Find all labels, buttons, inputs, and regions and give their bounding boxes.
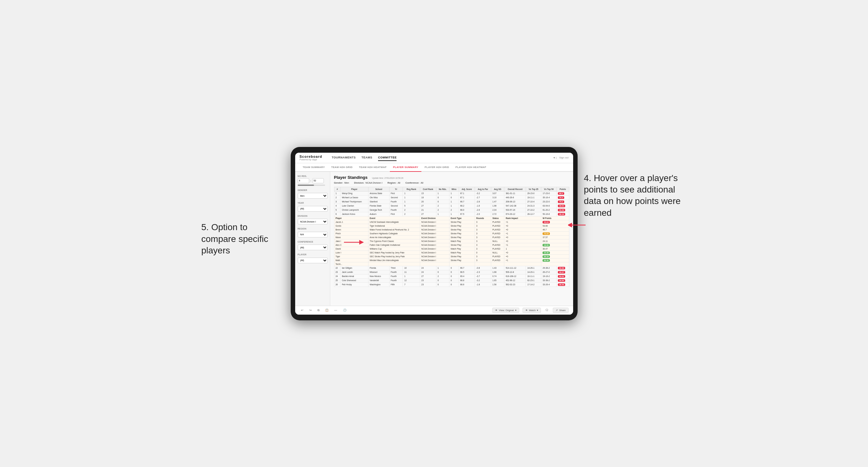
nav-committee[interactable]: COMMITTEE — [378, 155, 397, 161]
nav-tournaments[interactable]: TOURNAMENTS — [332, 155, 356, 161]
event-row[interactable]: Techt... — [334, 262, 569, 266]
filter-conference-value: All — [421, 181, 423, 184]
sidebar-no-rds-max[interactable] — [312, 178, 324, 183]
event-row[interactable]: Tiger SEC Stroke Play hosted by Jerry Pa… — [334, 254, 569, 258]
points-badge[interactable]: 39.95 — [558, 279, 565, 282]
event-row[interactable]: Phich Southern Highlands Collegiate NCAA… — [334, 231, 569, 235]
event-row[interactable]: Jake I The Cypress Point Classic NCAA Di… — [334, 239, 569, 243]
filter-region-value: All — [398, 181, 400, 184]
redo-button[interactable]: ↪ — [308, 308, 313, 312]
view-label: View: Original — [499, 309, 514, 312]
points-badge[interactable]: 40.27 — [558, 271, 565, 274]
view-original-button[interactable]: 👁 View: Original ▾ — [492, 308, 519, 313]
sidebar-year-select[interactable]: (All) — [298, 206, 328, 212]
table-row[interactable]: 22Ian GilliganFloridaThird 10241068.7-0.… — [334, 266, 569, 270]
share-label: Share — [559, 309, 565, 312]
event-row[interactable]: Matti Mirobel Maui Jim Intercollegiate N… — [334, 258, 569, 262]
col-no-rds: No Rds. — [436, 187, 449, 191]
col-player: Player — [340, 187, 368, 191]
top-nav: Scoreboard Powered by clippi TOURNAMENTS… — [295, 153, 573, 163]
points-badge[interactable]: 40.58 — [558, 267, 565, 269]
clock-button[interactable]: 🕐 — [342, 308, 348, 312]
filter-row: Gender: Men Division: NCAA Division I Re… — [334, 181, 569, 184]
share-icon: ↗ — [556, 309, 558, 312]
table-row[interactable]: 25Cole SherwoodVanderbiltFourth 12230068… — [334, 278, 569, 282]
event-points-badge2[interactable]: 73.33 — [542, 232, 550, 235]
subnav-player-h2h-heatmap[interactable]: PLAYER H2H HEATMAP — [452, 163, 490, 172]
subnav-team-h2h-grid[interactable]: TEAM H2H GRID — [328, 163, 356, 172]
sidebar-conference-select[interactable]: (All) — [298, 245, 328, 250]
sign-out-link[interactable]: Sign out — [559, 156, 568, 159]
event-row[interactable]: Mane Amer An Intercollegiate NCAA Divisi… — [334, 235, 569, 239]
copy-button[interactable]: ⧉ — [316, 308, 321, 313]
event-points-badge3[interactable]: 16.50 — [542, 244, 550, 246]
table-row[interactable]: 3Michael ThorbjornsenStanfordFourth 1200… — [334, 199, 569, 204]
points-badge[interactable]: 68.2 — [558, 192, 564, 195]
sidebar-division-select[interactable]: NCAA Division I — [298, 219, 328, 224]
col-overall: Overall Record — [504, 187, 526, 191]
watch-dropdown-icon: ▾ — [537, 309, 538, 312]
tablet-screen: Scoreboard Powered by clippi TOURNAMENTS… — [295, 153, 573, 315]
col-avg-to-par: Avg to Par — [475, 187, 491, 191]
points-badge[interactable]: 38.49 — [558, 283, 565, 286]
dropdown-icon: ▾ — [515, 309, 517, 312]
event-points-badge5[interactable]: 56.18 — [542, 255, 550, 258]
col-conf-rank: Conf Rank — [420, 187, 436, 191]
sidebar-year-section: Year (All) — [298, 202, 328, 212]
subnav-team-h2h-heatmap[interactable]: TEAM H2H HEATMAP — [356, 163, 390, 172]
watch-button[interactable]: 👁 Watch ▾ — [523, 308, 541, 313]
table-row[interactable]: 24Bastien AmatNew MexicoFourth 1272069.4… — [334, 274, 569, 278]
feedback-button[interactable]: 🗨 — [544, 308, 550, 312]
event-row[interactable]: Brenn Wake Forest Invitational at Pinehu… — [334, 227, 569, 231]
points-badge[interactable]: 40.02 — [558, 275, 565, 278]
table-row[interactable]: 1Wenyi DingArizona StateFirst 1151167.1-… — [334, 191, 569, 195]
event-row[interactable]: Gordo Tiger Invitational NCAA Division I… — [334, 224, 569, 227]
sidebar: No Rds. - Gender Men — [295, 172, 330, 306]
subnav-player-h2h-grid[interactable]: PLAYER H2H GRID — [422, 163, 452, 172]
watch-label: Watch — [529, 309, 536, 312]
nav-teams[interactable]: TEAMS — [362, 155, 372, 161]
col-school: School — [368, 187, 389, 191]
undo-button[interactable]: ↩ — [300, 308, 305, 312]
sidebar-player-label: Player — [298, 253, 328, 256]
share-button[interactable]: ↗ Share — [553, 308, 568, 313]
event-row[interactable]: Luke I SEC Match Play hosted by Jerry Pa… — [334, 251, 569, 254]
points-badge[interactable]: 38.18 — [558, 213, 565, 216]
sidebar-no-rds-section: No Rds. - — [298, 175, 328, 186]
sidebar-no-rds-slider[interactable] — [298, 185, 325, 186]
sidebar-region-select[interactable]: N/A — [298, 232, 328, 238]
event-points-badge6[interactable]: 66.40 — [542, 259, 550, 262]
table-row[interactable]: 23Jack LundinMissouriFourth 11240068.5-2… — [334, 270, 569, 274]
arrow-left-icon — [342, 238, 365, 247]
nav-back: ◄ | — [553, 156, 557, 159]
sidebar-player-select[interactable]: (All) — [298, 257, 328, 263]
event-points-badge4[interactable]: 25.36 — [542, 251, 550, 254]
sidebar-no-rds-min[interactable] — [298, 178, 309, 183]
points-badge[interactable]: 70.2 — [558, 200, 564, 203]
table-row[interactable]: 2Michael La SassoOle MissSecond 1180067.… — [334, 195, 569, 199]
table-row[interactable]: 6Jackson KoivuAuburnFirst 2271167.5-2.02… — [334, 212, 569, 216]
points-badge[interactable]: 76.3 — [558, 196, 564, 199]
event-row[interactable]: Jacob J. UNCW Seahawk Intercollegiate NC… — [334, 220, 569, 224]
nav-right: ◄ | Sign out — [553, 156, 569, 159]
paste-button[interactable]: 📋 — [324, 308, 330, 312]
col-points: Points — [557, 187, 569, 191]
table-row[interactable]: 26Petr HrubyWashingtonFifth 7230068.6-1.… — [334, 282, 569, 287]
filter-conference: Conference: All — [405, 181, 423, 184]
points-badge[interactable]: 38.54 — [558, 205, 565, 207]
sidebar-gender-select[interactable]: Men Women — [298, 193, 328, 198]
expanded-header-row: Player Event Event Division Event Type R… — [334, 216, 569, 220]
col-yr: Yr — [389, 187, 403, 191]
subnav-player-summary[interactable]: PLAYER SUMMARY — [390, 163, 422, 172]
event-points-badge[interactable]: 45.64 — [542, 221, 550, 223]
event-row[interactable]: David Williams Cup NCAA Division I Match… — [334, 247, 569, 251]
event-row[interactable]: Alex C Fallen Oak Collegiate Invitationa… — [334, 243, 569, 247]
table-row[interactable]: 5Christo LamprechtGeorgia TechFourth 221… — [334, 208, 569, 212]
subnav-team-summary[interactable]: TEAM SUMMARY — [300, 163, 328, 172]
sub-nav: TEAM SUMMARY TEAM H2H GRID TEAM H2H HEAT… — [295, 163, 573, 172]
sidebar-region-label: Region — [298, 227, 328, 230]
points-badge[interactable]: 40.09 — [558, 209, 565, 211]
table-row[interactable]: 4Luke ClantonFlorida StateSecond 5272168… — [334, 204, 569, 208]
logo-title: Scoreboard — [300, 155, 322, 158]
sidebar-gender-label: Gender — [298, 189, 328, 191]
